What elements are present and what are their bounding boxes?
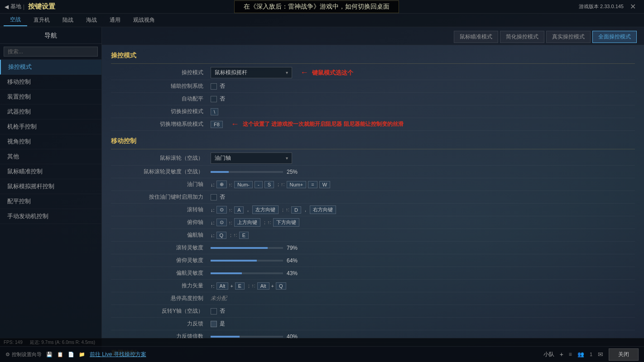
- search-input[interactable]: [4, 47, 98, 57]
- sidebar-item-movement[interactable]: 移动控制: [0, 75, 101, 90]
- key-sep-2: ；↑:: [276, 181, 285, 188]
- label-pitch-axis: 俯仰轴: [111, 219, 211, 226]
- key-chip-backslash[interactable]: \: [211, 108, 218, 115]
- slider-track-yaw[interactable]: [211, 272, 283, 274]
- tab-ground[interactable]: 陆战: [56, 14, 80, 26]
- icon-button-4[interactable]: 📁: [79, 352, 85, 357]
- tab-general[interactable]: 通用: [103, 14, 127, 26]
- key-chip-f8[interactable]: F8: [211, 121, 223, 128]
- key-chip-alt[interactable]: Alt: [216, 282, 229, 290]
- control-thrust-vector: ↑: Alt + E ；↑: Alt + Q: [211, 282, 635, 290]
- annotation-text-1: 键鼠模式选这个: [312, 69, 353, 77]
- sidebar-item-control-mode[interactable]: 操控模式: [0, 60, 101, 75]
- slider-track-pitch[interactable]: [211, 260, 283, 262]
- control-throttle-axis: ↓: ⊕ ↑: Num- - S ；↑: Num+ = W: [211, 181, 635, 188]
- slider-value-pitch: 64%: [287, 257, 303, 264]
- annotation-stabilizer: ← 这个设置了 进游戏按一次就能开启阻尼器 阻尼器能让控制变的丝滑: [231, 119, 404, 129]
- status-bar: FPS: 149 延迟: 9.7ms (A: 6.0ms R: 4.5ms): [0, 338, 644, 346]
- tab-naval[interactable]: 海战: [80, 14, 103, 26]
- key-chip-down[interactable]: 下方向键: [273, 218, 299, 227]
- window-close-button[interactable]: ✕: [627, 2, 639, 11]
- control-roll-sens: 79%: [211, 245, 635, 251]
- text-aux-control: 否: [220, 82, 225, 90]
- bottom-right: 小队 + ≡ 👥 1 ✉ 关闭: [543, 348, 639, 361]
- key-chip-minus[interactable]: -: [255, 181, 263, 188]
- key-chip-s[interactable]: S: [264, 181, 274, 188]
- checkbox-aux-control[interactable]: [211, 83, 217, 90]
- key-dir-roll-1: ↓:: [211, 207, 215, 213]
- mode-tab-simplified[interactable]: 简化操控模式: [500, 31, 544, 43]
- add-squad-button[interactable]: +: [560, 351, 563, 358]
- close-main-button[interactable]: 关闭: [609, 348, 639, 361]
- key-chip-d[interactable]: D: [291, 206, 301, 214]
- key-chip-q2[interactable]: Q: [276, 282, 286, 290]
- sidebar-item-equipment[interactable]: 装置控制: [0, 90, 101, 105]
- key-chip-alt2[interactable]: Alt: [257, 282, 269, 290]
- key-chip-nump[interactable]: Num+: [287, 181, 307, 188]
- label-auto-trim: 自动配平: [111, 95, 211, 103]
- sidebar-item-gunner[interactable]: 机枪手控制: [0, 119, 101, 134]
- key-chip-e[interactable]: E: [239, 232, 249, 239]
- key-chip-up[interactable]: 上方向键: [234, 218, 260, 227]
- topbar-right: 游戏版本 2.33.0.145 ✕: [573, 2, 644, 11]
- slider-track-roll[interactable]: [211, 247, 283, 249]
- key-chip-right[interactable]: 右方向键: [310, 205, 336, 214]
- control-switch-stabilizer: F8 ← 这个设置了 进游戏按一次就能开启阻尼器 阻尼器能让控制变的丝滑: [211, 119, 635, 129]
- checkbox-auto-trim[interactable]: [211, 96, 217, 102]
- row-thrust-vector: 推力矢量 ↑: Alt + E ；↑: Alt + Q: [111, 280, 635, 292]
- key-chip-roll-t[interactable]: ⊙: [216, 206, 227, 214]
- tab-air-combat[interactable]: 空战: [4, 14, 27, 26]
- dropdown-control-mode[interactable]: 鼠标模拟摇杆: [211, 67, 292, 78]
- tab-spectator[interactable]: 观战视角: [127, 14, 161, 26]
- slider-track-mouse-wheel[interactable]: [211, 171, 283, 173]
- icon-button-3[interactable]: 📄: [68, 352, 74, 357]
- slider-fill-mouse-wheel: [211, 171, 229, 173]
- sidebar-item-mouse-stick[interactable]: 鼠标模拟摇杆控制: [0, 179, 101, 194]
- row-yaw-sens: 偏航灵敏度 43%: [111, 267, 635, 280]
- slider-fill-pitch: [211, 260, 257, 262]
- mode-tab-realistic[interactable]: 真实操控模式: [546, 31, 591, 43]
- key-sep-roll-2: ；↑:: [280, 206, 289, 213]
- checkbox-invert-y[interactable]: [211, 308, 217, 314]
- key-chip-w[interactable]: W: [319, 181, 330, 188]
- row-roll-axis: 滚转轴 ↓: ⊙ ↑: A ， 左方向键 ；↑: D ， 右方向键: [111, 204, 635, 216]
- key-chip-equals[interactable]: =: [308, 181, 317, 188]
- key-chip-q[interactable]: Q: [216, 232, 227, 239]
- sidebar-item-engine[interactable]: 手动发动机控制: [0, 209, 101, 224]
- sidebar-item-view[interactable]: 视角控制: [0, 134, 101, 149]
- icon-button-2[interactable]: 📋: [57, 352, 63, 357]
- paste-icon: 📄: [68, 352, 74, 357]
- comma-2: ，: [303, 206, 308, 213]
- text-afterburner: 否: [220, 193, 225, 201]
- sidebar-item-trim[interactable]: 配平控制: [0, 194, 101, 209]
- sidebar-item-weapons[interactable]: 武器控制: [0, 105, 101, 119]
- tab-helicopter[interactable]: 直升机: [27, 14, 56, 26]
- sidebar-item-mouse-aim[interactable]: 鼠标瞄准控制: [0, 164, 101, 179]
- dropdown-mouse-wheel[interactable]: 油门轴: [211, 152, 292, 164]
- key-chip-a[interactable]: A: [234, 206, 244, 214]
- wizard-button[interactable]: ⚙ 控制设置向导: [5, 351, 42, 358]
- network-display: 延迟: 9.7ms (A: 6.0ms R: 4.5ms): [30, 339, 95, 346]
- tab-bar: 空战 直升机 陆战 海战 通用 观战视角: [0, 14, 644, 27]
- version-label: 游戏版本 2.33.0.145: [579, 3, 624, 10]
- back-button[interactable]: ◀ 基地 | 按键设置: [0, 2, 60, 11]
- key-chip-pitch-t[interactable]: ⊙: [216, 219, 227, 226]
- page-title: 按键设置: [26, 2, 55, 11]
- slider-track-force[interactable]: [211, 336, 283, 338]
- row-control-mode: 操控模式 鼠标模拟摇杆 ← 键鼠模式选这个: [111, 66, 635, 80]
- key-chip-numm[interactable]: Num-: [234, 181, 253, 188]
- live-link[interactable]: 前往 Live 寻找操控方案: [90, 351, 146, 358]
- sidebar-item-other[interactable]: 其他: [0, 149, 101, 164]
- checkbox-force-feedback[interactable]: [211, 321, 217, 327]
- row-auto-trim: 自动配平 否: [111, 93, 635, 105]
- icon-button-1[interactable]: 💾: [46, 352, 53, 357]
- settings-scroll: 操控模式 操控模式 鼠标模拟摇杆 ← 键鼠模式选这个 辅助控制系统: [102, 45, 644, 362]
- notice-text: 在《深入敌后：雷神战争》游戏中，如何切换回桌面: [244, 3, 389, 10]
- key-chip-e2[interactable]: E: [235, 282, 245, 290]
- mode-tab-full[interactable]: 全面操控模式: [592, 31, 637, 43]
- mode-tab-mouse-aim[interactable]: 鼠标瞄准模式: [454, 31, 498, 43]
- key-chip-left[interactable]: 左方向键: [252, 205, 279, 214]
- key-sep-pitch-1: ↑:: [229, 220, 233, 225]
- checkbox-afterburner[interactable]: [211, 194, 217, 200]
- key-chip-t1[interactable]: ⊕: [216, 181, 227, 188]
